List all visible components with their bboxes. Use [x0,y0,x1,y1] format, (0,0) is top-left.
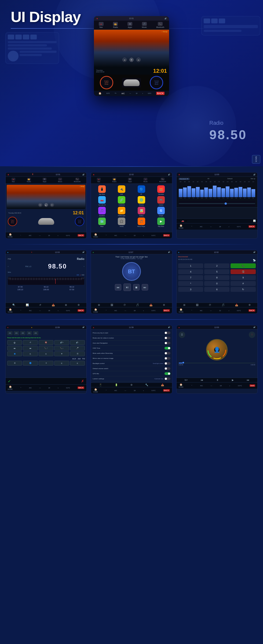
settings-row-7: Default volume switch [93,366,170,371]
steer-next[interactable]: ⏭ [23,346,38,351]
bt-timestamp: 12:07 [129,251,133,253]
steer-setting2[interactable]: 🔵 [23,361,38,366]
settings-label-3: OSD Time [93,347,164,349]
radio-band: FM 1-3 [25,266,31,267]
settings-label-9: Lantern settings [93,378,154,380]
dial-refresh[interactable]: ↻ [231,287,256,292]
settings-row-9: Lantern settings Automatic loop [93,376,170,381]
music-duration: 0:00:00 [251,364,255,366]
toggle-osd-time[interactable] [165,347,170,349]
dial-8[interactable]: 8 [204,275,229,280]
steer-vol-up[interactable]: 🔊+ [54,340,69,345]
dial-7[interactable]: 7 [178,275,203,280]
steer-menu[interactable]: ☰ [70,351,85,356]
dial-6[interactable]: 6 [204,287,229,292]
app-carbitlink[interactable]: 🔗CarbitLink [112,196,131,206]
home-nav: ▲Nav 📻Radio ⊞Apps ♪Music 📞Bluetooth [6,177,86,184]
bt-stop-button[interactable]: ⏹ [133,284,140,290]
steering-top-bar: ● ● 12:09 🔊 [6,325,86,329]
settings-label-6: Backlight control [93,363,153,364]
app-chrome[interactable]: 🌐Chrome [132,196,151,206]
steer-k2[interactable]: K [39,351,53,356]
settings-label-4: Mute audio when Reversing [93,352,164,354]
toggle-lantern[interactable] [165,377,170,380]
phone-time-display: 12:01 [153,68,167,74]
home-time: 12:01 [73,211,85,215]
steer-phone-dn[interactable]: 📞↓ [54,346,69,351]
steer-am-label: AM [78,358,81,360]
radio-freq-list: 87.5090.1098.10 106.10108.0087.50 [8,286,84,290]
dial-5[interactable]: 5 [204,269,229,274]
dial-call[interactable]: 📞 [231,263,256,268]
app-maps[interactable]: 🗺️Maps [93,218,111,227]
app-gallery[interactable]: 🖼️Gallery [132,207,151,216]
app-carlink[interactable]: 🚗Car Link 2.0 [93,196,111,206]
settings-label-1: Brake wire for video in motion [93,337,164,339]
dial-9[interactable]: 9 [231,275,256,280]
dial-2[interactable]: 2 [204,263,229,268]
home-temp: 0.0°C [66,235,70,236]
dial-end[interactable]: 📵 [231,269,256,274]
toggle-mirror-view[interactable] [165,357,170,360]
toggle-press-key[interactable] [165,332,170,334]
bt-top-bar: ● 12:07 🔊 [91,250,172,254]
steer-setting4[interactable]: K [54,361,69,366]
steer-power[interactable]: ⏻ [7,340,22,345]
settings-row-5: Mirror view on reverse image [93,356,170,361]
radio-ghost: Radio 98.50 [207,117,260,145]
app-bt[interactable]: 🔵BT [132,185,151,195]
steering-timestamp: 12:09 [55,326,60,328]
app-playstore[interactable]: ▶Play Store [152,218,170,227]
steer-phone-up[interactable]: 📞↑ [39,346,53,351]
app-equalizer[interactable]: 🎵Equalizer [93,207,111,216]
toggle-mute-reverse[interactable] [165,352,170,355]
app-appstore[interactable]: 📱App Store [93,185,111,195]
steer-fav[interactable]: ★ [54,351,69,356]
bt-next-button[interactable]: ⏭ [142,284,148,290]
dial-0[interactable]: 0 [204,281,229,286]
steer-vol-dn[interactable]: 🔊- [70,340,85,345]
steer-setting5[interactable]: K [70,361,85,366]
steer-setting3[interactable]: ☀ [39,361,53,366]
steer-confirm-button[interactable]: ✓ [8,379,11,383]
app-aux[interactable]: 🔌AUX [112,185,131,195]
toggle-gps-mix[interactable] [165,372,170,375]
steer-k1[interactable]: K [23,351,38,356]
app-control[interactable]: 🎮Control [152,196,170,206]
bt-screen-card: ● 12:07 🔊 That I can't keep out got me s… [91,250,172,314]
toggle-auto-nav[interactable] [165,342,170,344]
dial-1[interactable]: 1 [178,263,203,268]
app-musicplayer[interactable]: 🎵Music Player [132,218,151,227]
music-top-bar: ▲ 12:03 🔊 [177,325,257,329]
steer-source[interactable]: ↺ [23,340,38,345]
steer-prev[interactable]: ⏮ [7,346,22,351]
dial-hash[interactable]: # [231,281,256,286]
settings-top-bar: ▲ 11:59 🔊 [91,325,172,329]
app-google[interactable]: GGoogle [152,207,170,216]
page-title: UI Display [11,8,252,25]
apps-top-bar: ▲ 12:02 🔊 [91,172,172,177]
app-mocify[interactable]: 🎧mocify [112,218,131,227]
dial-3[interactable]: 3 [178,287,203,292]
app-filemanager[interactable]: 📁FileManager [112,207,131,216]
dial-star[interactable]: * [178,281,203,286]
steer-cancel-button[interactable]: ✗ [81,379,84,383]
steer-voice[interactable]: 🎤 [70,346,85,351]
hero-back-button[interactable]: BACK [252,155,260,164]
phone-address: 40:45:DA:5A:FE:RE [178,259,192,260]
bt-play-button[interactable]: ⏯ [123,284,131,291]
dial-4[interactable]: 4 [178,269,203,274]
back-button-label[interactable]: back [250,384,255,387]
radio-dx: DX [77,274,79,276]
steer-bt[interactable]: 🔵 [7,351,22,356]
steering-warning: Please hold the button on the steering w… [7,337,85,338]
toggle-brake-wire[interactable] [165,337,170,339]
steer-mute[interactable]: 🔇 [39,340,53,345]
steer-setting1[interactable]: ⚙ [7,361,22,366]
app-calculator[interactable]: 🧮Calculator [152,185,170,195]
screen-grid-row3: ● ● 12:09 🔊 255 255 255 255 255 Please h… [0,320,263,399]
home-date: Thursday 2022-09-03 [7,212,22,214]
bt-prev-button[interactable]: ⏮ [115,284,121,290]
toggle-default-vol[interactable] [165,367,170,370]
toggle-backlight[interactable] [165,362,170,365]
